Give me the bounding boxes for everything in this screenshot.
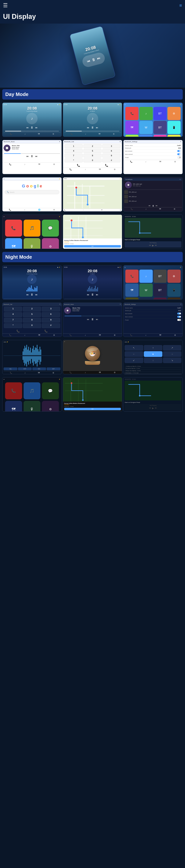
nav-next[interactable]: ⏭	[155, 244, 157, 247]
night-carplay-maps[interactable]: 🗺	[5, 401, 22, 411]
night-dial-9[interactable]: 9	[42, 318, 60, 322]
bt-next[interactable]: ⏭	[35, 155, 37, 158]
night-app-bt2[interactable]: BT	[154, 284, 167, 297]
arrow-up[interactable]: ↑	[144, 345, 162, 351]
dial-hash[interactable]: #	[102, 158, 121, 162]
nav-icon[interactable]: ≡	[179, 3, 182, 8]
play-btn-2[interactable]: ⏸	[91, 126, 94, 129]
social-controls[interactable]: ⏮ ⏸ ⏭	[124, 205, 182, 207]
end-call-icon[interactable]: 📞	[77, 164, 80, 167]
night-controls-1[interactable]: ⏮ ⏸ ⏭	[4, 293, 60, 297]
app-icon-bt[interactable]: BT	[154, 107, 167, 120]
dial-3[interactable]: 3	[102, 144, 121, 148]
night-auto-connect-toggle[interactable]	[177, 316, 181, 318]
night-dial-3[interactable]: 3	[42, 307, 60, 311]
arrow-left[interactable]: ←	[125, 351, 143, 357]
night-answer-call[interactable]: 📞	[44, 330, 48, 333]
night-app-7[interactable]: 💬	[154, 298, 167, 300]
social-prev[interactable]: ⏮	[149, 205, 151, 207]
eq-btn-2[interactable]: DSP	[18, 367, 32, 370]
night-dial-7[interactable]: 7	[4, 318, 22, 322]
app-icon-app5[interactable]: 🎵	[125, 135, 138, 137]
night-next-1[interactable]: ⏭	[35, 293, 37, 296]
hero-pause-icon[interactable]: ⏸	[91, 57, 96, 63]
night-dialpad[interactable]: 1 2 3 4 5 6 7 8 9 * 0 #	[2, 306, 61, 329]
night-dial-6[interactable]: 6	[42, 312, 60, 317]
next-btn-1[interactable]: ⏭	[35, 126, 37, 129]
night-power-toggle[interactable]	[177, 319, 181, 321]
arrow-right[interactable]: →	[163, 351, 181, 357]
night-prev-1[interactable]: ⏮	[26, 293, 28, 296]
bottom-icon-2[interactable]: ♪	[25, 133, 25, 135]
night-carplay-podcast[interactable]: 🎙	[24, 401, 41, 411]
carplay-settings-icon[interactable]: ⚙	[42, 238, 59, 249]
night-bt-controls[interactable]: ⏮ ⏸ ⏭	[63, 318, 122, 321]
night-bt-prev[interactable]: ⏮	[87, 318, 89, 321]
night-play-2[interactable]: ⏸	[91, 293, 94, 297]
app-icon-music[interactable]: ♪	[139, 107, 153, 120]
night-dial-4[interactable]: 4	[4, 312, 22, 317]
dial-9[interactable]: 9	[102, 154, 121, 158]
night-auto-answer-toggle[interactable]	[177, 313, 181, 314]
arrow-up-left[interactable]: ↖	[125, 345, 143, 351]
app-icon-app4[interactable]: 📱	[167, 121, 181, 134]
carplay-messages-icon[interactable]: 💬	[42, 220, 59, 237]
bt-controls[interactable]: ⏮ ⏸ ⏭	[2, 155, 61, 158]
song-item-2[interactable]: 华年_好好.mp3	[124, 194, 182, 199]
answer-call-icon[interactable]: 📞	[105, 164, 108, 167]
night-end-call[interactable]: 📞	[17, 330, 20, 333]
auto-connect-toggle[interactable]	[177, 153, 181, 155]
dial-5[interactable]: 5	[83, 149, 102, 153]
nav-prev[interactable]: ⏮	[149, 244, 151, 247]
nav-play[interactable]: ▶	[152, 244, 154, 247]
night-carplay-settings[interactable]: ⚙	[42, 401, 59, 411]
social-play[interactable]: ⏸	[152, 205, 154, 207]
night-bt-next[interactable]: ⏭	[96, 318, 98, 321]
night-bt-play[interactable]: ⏸	[91, 318, 94, 321]
night-dial-0[interactable]: 0	[23, 323, 41, 328]
night-dial-8[interactable]: 8	[23, 318, 41, 322]
app-icon-waze[interactable]: W	[139, 121, 153, 134]
dial-2[interactable]: 2	[83, 144, 102, 148]
night-dial-hash[interactable]: #	[42, 323, 60, 328]
app-icon-app8[interactable]: 📷	[167, 135, 181, 137]
night-prev-2[interactable]: ⏮	[87, 293, 89, 296]
controls-2[interactable]: ⏮ ⏸ ⏭	[64, 126, 121, 129]
bottom-icon-1[interactable]: 📞	[10, 133, 12, 135]
night-app-phone[interactable]: 📞	[125, 270, 138, 283]
app-icon-phone[interactable]: 📞	[125, 107, 138, 120]
night-nav-prev[interactable]: ⏮	[149, 407, 151, 409]
night-carplay-phone[interactable]: 📞	[5, 382, 22, 399]
night-app-bt[interactable]: BT	[154, 270, 167, 283]
dial-0[interactable]: 0	[83, 158, 102, 162]
go-button[interactable]: GO	[64, 245, 121, 248]
next-btn-2[interactable]: ⏭	[96, 126, 98, 129]
night-app-6[interactable]: 📡	[139, 298, 153, 300]
dial-7[interactable]: 7	[64, 154, 83, 158]
app-icon-app6[interactable]: 📡	[139, 135, 153, 137]
auto-answer-toggle[interactable]	[177, 150, 181, 152]
carplay-music-icon[interactable]: 🎵	[24, 220, 41, 237]
dial-8[interactable]: 8	[83, 154, 102, 158]
prev-btn-1[interactable]: ⏮	[26, 126, 28, 129]
menu-icon[interactable]: ☰	[3, 2, 8, 8]
night-app-5[interactable]: 🎵	[125, 298, 138, 300]
play-btn-1[interactable]: ⏸	[30, 126, 33, 129]
app-icon-nav[interactable]: 🗺	[125, 121, 138, 134]
night-app-waze[interactable]: W	[139, 284, 153, 297]
hero-prev-icon[interactable]: ⏮	[86, 59, 90, 64]
night-nav-media-controls[interactable]: ⏮ ▶ ⏭	[126, 407, 180, 409]
night-dial-1[interactable]: 1	[4, 307, 22, 311]
google-search-bar[interactable]: 🔍 Search	[5, 190, 59, 194]
arrow-down-right[interactable]: ↘	[163, 358, 181, 363]
app-icon-bt2[interactable]: BT	[154, 121, 167, 134]
dial-4[interactable]: 4	[64, 149, 83, 153]
arrow-down[interactable]: ↓	[144, 358, 162, 363]
bottom-icon-3[interactable]: 🗺	[38, 133, 40, 135]
dialpad[interactable]: 1 2 3 4 5 6 7 8 9 * 0 #	[63, 144, 122, 163]
nav-media-controls[interactable]: ⏮ ▶ ⏭	[126, 244, 180, 247]
night-app-settings[interactable]: ⚙	[167, 270, 181, 283]
night-controls-2[interactable]: ⏮ ⏸ ⏭	[64, 293, 121, 297]
night-play-1[interactable]: ⏸	[30, 293, 33, 297]
power-toggle[interactable]	[177, 156, 181, 158]
